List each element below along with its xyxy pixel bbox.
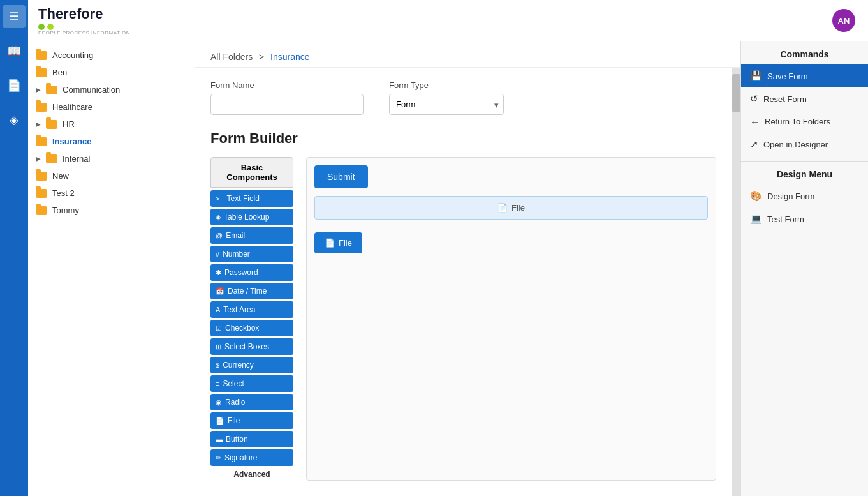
component-number[interactable]: # Number — [210, 246, 293, 262]
component-select-boxes[interactable]: ⊞ Select Boxes — [210, 338, 293, 355]
folder-icon-hr — [46, 120, 57, 129]
sidebar-item-tommy[interactable]: Tommy — [28, 202, 195, 219]
book-icon[interactable]: 📖 — [3, 40, 26, 63]
save-form-icon: 💾 — [750, 70, 762, 82]
select-icon: ≡ — [216, 380, 219, 387]
advanced-header: Advanced — [210, 470, 293, 479]
file-icon: 📄 — [216, 417, 224, 425]
form-builder-title: Form Builder — [210, 130, 716, 147]
command-open-designer-label: Open in Designer — [763, 140, 828, 149]
sidebar-label-tommy: Tommy — [52, 206, 187, 215]
logo-text: Therefore — [38, 6, 103, 22]
sidebar-item-insurance[interactable]: Insurance — [28, 133, 195, 150]
form-scroll-area: Form Name Form Type Form Template Report — [195, 68, 740, 496]
breadcrumb-separator: > — [259, 52, 264, 62]
form-name-label: Form Name — [210, 80, 364, 90]
sidebar-item-hr[interactable]: ▶ HR — [28, 116, 195, 133]
scrollbar-thumb — [732, 74, 740, 112]
design-menu-design-form[interactable]: 🎨 Design Form — [741, 184, 868, 207]
breadcrumb-all-folders[interactable]: All Folders — [210, 52, 253, 62]
sidebar-item-healthcare[interactable]: Healthcare — [28, 98, 195, 116]
commands-title: Commands — [741, 49, 868, 59]
test-form-icon: 💻 — [750, 213, 762, 225]
sidebar-item-ben[interactable]: Ben — [28, 64, 195, 81]
component-file[interactable]: 📄 File — [210, 412, 293, 429]
open-designer-icon: ↗ — [750, 139, 758, 150]
component-text-field[interactable]: >_ Text Field — [210, 190, 293, 207]
folder-icon-accounting — [36, 51, 47, 60]
form-type-label: Form Type — [389, 80, 504, 90]
component-signature[interactable]: ✏ Signature — [210, 449, 293, 466]
file-drop-icon: 📄 — [497, 203, 508, 213]
logo-dot-green1 — [38, 24, 45, 30]
form-header-row: Form Name Form Type Form Template Report — [210, 80, 716, 115]
form-scrollbar[interactable] — [732, 68, 740, 496]
design-menu-test-form[interactable]: 💻 Test Form — [741, 207, 868, 230]
sidebar: Therefore PEOPLE PROCESS INFORMATION Acc… — [28, 0, 195, 496]
components-panel: BasicComponents >_ Text Field ◈ Table Lo… — [210, 157, 293, 481]
location-icon[interactable]: ◈ — [3, 109, 26, 132]
command-reset-form-label: Reset Form — [763, 94, 807, 104]
sidebar-item-internal[interactable]: ▶ Internal — [28, 150, 195, 167]
component-select[interactable]: ≡ Select — [210, 375, 293, 392]
main-content: AN All Folders > Insurance Form Name — [195, 0, 868, 496]
command-save-form[interactable]: 💾 Save Form — [741, 64, 868, 87]
submit-button[interactable]: Submit — [314, 165, 368, 188]
header: AN — [195, 0, 868, 41]
text-field-icon: >_ — [216, 195, 224, 202]
components-list: >_ Text Field ◈ Table Lookup @ Email # N… — [210, 190, 293, 466]
folder-icon-new — [36, 172, 47, 181]
command-save-form-label: Save Form — [767, 71, 808, 81]
file-button[interactable]: 📄 File — [314, 232, 362, 253]
component-password[interactable]: ✱ Password — [210, 264, 293, 281]
form-type-group: Form Type Form Template Report — [389, 80, 504, 115]
folder-icon-ben — [36, 68, 47, 77]
radio-icon: ◉ — [216, 398, 222, 407]
file-btn-label: File — [339, 238, 352, 248]
button-icon: ▬ — [216, 435, 223, 443]
chevron-right-icon-internal: ▶ — [36, 155, 41, 162]
form-name-group: Form Name — [210, 80, 364, 115]
command-open-in-designer[interactable]: ↗ Open in Designer — [741, 133, 868, 156]
sidebar-item-accounting[interactable]: Accounting — [28, 47, 195, 64]
chevron-right-icon-hr: ▶ — [36, 121, 41, 128]
avatar: AN — [832, 9, 855, 32]
currency-icon: $ — [216, 361, 219, 369]
textarea-icon: A — [216, 306, 220, 313]
component-text-area[interactable]: A Text Area — [210, 301, 293, 318]
design-menu-title: Design Menu — [741, 167, 868, 179]
component-date-time[interactable]: 📅 Date / Time — [210, 283, 293, 299]
sidebar-label-communication: Communication — [63, 85, 187, 94]
file-drop-label: File — [511, 203, 525, 213]
form-type-select-wrap: Form Template Report — [389, 94, 504, 115]
sidebar-item-communication[interactable]: ▶ Communication — [28, 81, 195, 98]
component-table-lookup[interactable]: ◈ Table Lookup — [210, 209, 293, 225]
design-menu-section: Design Menu 🎨 Design Form 💻 Test Form — [741, 161, 868, 236]
test-form-label: Test Form — [767, 214, 804, 224]
sidebar-item-new[interactable]: New — [28, 167, 195, 184]
sidebar-label-hr: HR — [63, 119, 187, 129]
command-return-to-folders[interactable]: ← Return To Folders — [741, 110, 868, 133]
component-email[interactable]: @ Email — [210, 227, 293, 244]
file-drop-zone[interactable]: 📄 File — [314, 196, 708, 220]
submit-btn-area: Submit — [314, 165, 708, 188]
design-form-icon: 🎨 — [750, 190, 762, 202]
checkbox-icon: ☑ — [216, 324, 222, 333]
component-radio[interactable]: ◉ Radio — [210, 394, 293, 410]
sidebar-item-test2[interactable]: Test 2 — [28, 184, 195, 202]
hamburger-icon[interactable]: ☰ — [3, 5, 26, 28]
right-panel: Commands 💾 Save Form ↺ Reset Form ← Retu… — [740, 41, 868, 496]
component-checkbox[interactable]: ☑ Checkbox — [210, 320, 293, 336]
component-button[interactable]: ▬ Button — [210, 431, 293, 447]
file-btn-icon: 📄 — [325, 238, 335, 248]
sidebar-label-accounting: Accounting — [52, 50, 187, 60]
command-reset-form[interactable]: ↺ Reset Form — [741, 87, 868, 110]
sidebar-label-insurance: Insurance — [52, 137, 187, 146]
selectboxes-icon: ⊞ — [216, 343, 221, 351]
component-currency[interactable]: $ Currency — [210, 357, 293, 373]
form-name-input[interactable] — [210, 94, 364, 115]
form-type-select[interactable]: Form Template Report — [389, 94, 504, 115]
document-icon[interactable]: 📄 — [3, 74, 26, 97]
file-btn-area: 📄 File — [314, 232, 708, 253]
form-canvas: Submit 📄 File 📄 File — [306, 157, 716, 481]
